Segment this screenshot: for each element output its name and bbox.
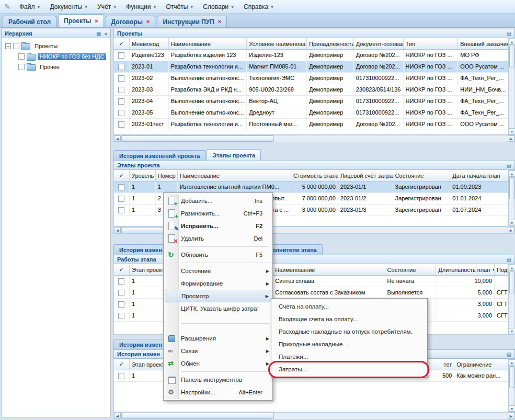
- context-menu-item-3[interactable]: УдалитьDel: [165, 232, 271, 245]
- works-column-header-5[interactable]: Длительность план▼: [436, 264, 495, 275]
- stages-column-header-1[interactable]: Уровень: [130, 170, 156, 181]
- row-checkbox[interactable]: [118, 207, 124, 213]
- context-menu-item-5[interactable]: ОбновитьF5: [165, 248, 271, 261]
- panel-menu-icon[interactable]: ▤: [507, 257, 511, 263]
- context-menu-item-17[interactable]: Настройки...Alt+Enter: [165, 386, 271, 399]
- history-vscrollbar[interactable]: ▲ ▼: [509, 359, 515, 412]
- projects-column-header-2[interactable]: Наименование: [169, 38, 247, 49]
- bottom-column-header-5[interactable]: Ограничение: [454, 359, 508, 370]
- projects-column-header-1[interactable]: Мнемокод: [130, 38, 169, 49]
- row-checkbox[interactable]: [118, 313, 124, 319]
- context-menu-item-2[interactable]: Исправить...F2: [165, 220, 271, 232]
- works-column-header-6[interactable]: Подр...: [495, 264, 508, 275]
- tab-workspace_tabs-2[interactable]: Договоры×: [106, 16, 156, 27]
- scroll-up-icon[interactable]: ▲: [509, 171, 515, 177]
- projects-row-5[interactable]: 2023-05Выполнение опытно-конс...Дредноут…: [114, 107, 508, 119]
- tree-checkbox[interactable]: [13, 43, 19, 49]
- row-checkbox[interactable]: [118, 87, 124, 93]
- row-checkbox[interactable]: [118, 290, 124, 296]
- works-column-header-4[interactable]: Состояние: [385, 264, 437, 275]
- projects-column-header-7[interactable]: Внешний заказчик: [458, 38, 508, 49]
- scroll-up-icon[interactable]: ▲: [509, 265, 515, 271]
- projects-column-header-0[interactable]: ✓: [114, 38, 130, 49]
- context-menu-item-8[interactable]: Формирование▶: [165, 277, 271, 290]
- bottom-column-header-0[interactable]: ✓: [114, 359, 130, 370]
- panel-menu-icon[interactable]: ▤: [507, 31, 511, 37]
- row-checkbox[interactable]: [118, 64, 124, 70]
- panel-menu-icon[interactable]: ▤: [507, 163, 511, 168]
- context-menu-item-12[interactable]: Расширения▶: [165, 332, 271, 345]
- projects-row-0[interactable]: Изделие123Разработка изделия 123Изделие-…: [114, 50, 508, 61]
- context-menu-item-1[interactable]: Размножить...Ctrl+F3: [165, 207, 271, 220]
- row-checkbox[interactable]: [118, 75, 124, 82]
- row-checkbox[interactable]: [118, 301, 124, 308]
- row-checkbox[interactable]: [118, 98, 124, 105]
- row-checkbox[interactable]: [118, 110, 124, 116]
- tab-close-icon[interactable]: ×: [95, 18, 98, 24]
- scroll-left-icon[interactable]: ◀: [114, 227, 121, 233]
- works-vscrollbar[interactable]: ▲ ▼: [509, 264, 515, 335]
- scroll-down-icon[interactable]: ▼: [509, 405, 515, 412]
- tree-node-1[interactable]: НИОКР по ГОЗ без НДС: [2, 51, 110, 62]
- tab-history_stages_tabs-1[interactable]: Этапы проекта: [207, 149, 261, 161]
- view-submenu-item-0[interactable]: Счета на оплату...: [272, 300, 426, 313]
- tab-workspace_tabs-0[interactable]: Рабочий стол: [3, 16, 56, 27]
- projects-row-3[interactable]: 2023-03Разработка ЭКД и РКД н...905-U020…: [114, 84, 508, 96]
- stages-column-header-2[interactable]: Номер: [156, 170, 178, 181]
- stages-column-header-7[interactable]: Дата начала план: [450, 170, 508, 181]
- projects-column-header-3[interactable]: Условное наименова: [247, 38, 307, 49]
- context-menu-item-13[interactable]: Связи▶: [165, 345, 271, 357]
- projects-hscrollbar[interactable]: ◀ ▶: [113, 135, 515, 142]
- stages-column-header-3[interactable]: Наименование: [178, 170, 291, 181]
- row-checkbox[interactable]: [118, 184, 124, 190]
- tree-checkbox[interactable]: [18, 64, 25, 70]
- menubar-item-4[interactable]: Отчёты▼: [161, 1, 198, 13]
- scroll-down-icon[interactable]: ▼: [509, 328, 515, 334]
- menubar-item-6[interactable]: Справка▼: [239, 1, 279, 13]
- context-menu-item-10[interactable]: ЦИТК. Указать шифр затрат...: [165, 302, 271, 315]
- menubar-item-3[interactable]: Функции▼: [121, 1, 161, 13]
- scroll-right-icon[interactable]: ▶: [508, 135, 514, 142]
- scroll-down-icon[interactable]: ▼: [509, 220, 515, 226]
- tree-node-2[interactable]: Прочее: [2, 62, 110, 72]
- tree-node-0[interactable]: −Проекты: [2, 41, 110, 51]
- works-column-header-0[interactable]: ✓: [114, 264, 130, 275]
- scroll-up-icon[interactable]: ▲: [509, 39, 515, 45]
- stages-row-0[interactable]: 11Изготовление опытной партии ПМ0...5 00…: [114, 181, 508, 193]
- projects-row-4[interactable]: 2023-04Выполнение опытно-конс...Вектор-А…: [114, 96, 508, 107]
- tab-close-icon[interactable]: ×: [218, 19, 221, 25]
- menubar-item-0[interactable]: Файл▼: [15, 1, 45, 13]
- projects-row-1[interactable]: 2023-01Разработка технологии и...Магнит …: [114, 61, 508, 73]
- collapse-panel-icon[interactable]: «: [104, 31, 107, 37]
- menubar-item-2[interactable]: Учёт▼: [93, 1, 121, 13]
- projects-column-header-5[interactable]: Документ-основан: [354, 38, 404, 49]
- scrollbar-thumb[interactable]: [509, 177, 514, 199]
- row-checkbox[interactable]: [118, 121, 124, 128]
- view-submenu-item-3[interactable]: Приходные накладные...: [272, 338, 426, 350]
- context-menu-item-16[interactable]: Панель инструментов: [165, 373, 271, 386]
- scroll-down-icon[interactable]: ▼: [509, 128, 515, 134]
- stages-column-header-6[interactable]: Состояние: [393, 170, 451, 181]
- projects-column-header-6[interactable]: Тип: [404, 38, 459, 49]
- projects-row-6[interactable]: 2023-01тестРазработка технологии и...Пос…: [114, 119, 508, 130]
- scrollbar-thumb[interactable]: [509, 271, 514, 293]
- scrollbar-thumb[interactable]: [509, 366, 514, 388]
- menubar-item-1[interactable]: Документы▼: [45, 1, 93, 13]
- scroll-up-icon[interactable]: ▲: [509, 359, 515, 366]
- context-menu-item-7[interactable]: Состояние▶: [165, 265, 271, 277]
- scrollbar-thumb[interactable]: [509, 46, 514, 67]
- tab-workspace_tabs-3[interactable]: Инструкции ПУП×: [157, 16, 227, 27]
- view-submenu-item-2[interactable]: Расходные накладные на отпуск потребител…: [272, 325, 426, 338]
- scrollbar-thumb[interactable]: [121, 413, 274, 419]
- projects-vscrollbar[interactable]: ▲ ▼: [509, 38, 515, 135]
- panel-menu-icon[interactable]: ▤: [507, 351, 511, 357]
- menubar-item-5[interactable]: Словари▼: [198, 1, 239, 13]
- tree-checkbox[interactable]: [18, 53, 25, 60]
- row-checkbox[interactable]: [118, 278, 124, 285]
- stages-vscrollbar[interactable]: ▲ ▼: [509, 170, 515, 226]
- row-checkbox[interactable]: [118, 196, 124, 202]
- row-checkbox[interactable]: [118, 373, 124, 379]
- stages-column-header-0[interactable]: ✓: [114, 170, 130, 181]
- stages-column-header-4[interactable]: Стоимость этапа: [291, 170, 338, 181]
- stages-column-header-5[interactable]: Лицевой счёт затрат.: [338, 170, 393, 181]
